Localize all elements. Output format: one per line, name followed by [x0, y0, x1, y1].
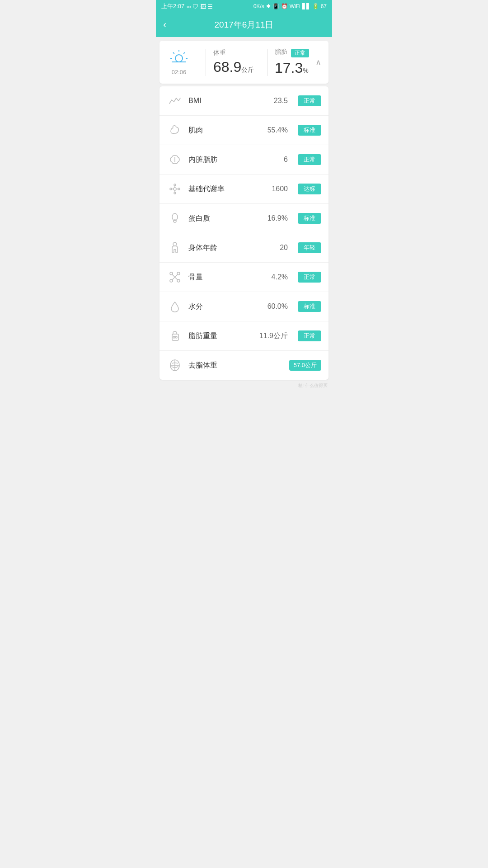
svg-point-22: [177, 272, 180, 275]
bodyage-badge: 年轻: [298, 242, 321, 253]
leanmass-icon: [167, 357, 183, 373]
metrics-list: BMI 23.5 正常 肌肉 55.4% 标准 内脏脂肪 6 正常: [160, 86, 328, 380]
summary-card: 02:06 体重 68.9公斤 脂肪 正常 17.3% ∧: [160, 41, 328, 84]
water-icon: [167, 298, 183, 315]
visceral-badge: 正常: [298, 154, 321, 165]
svg-point-19: [173, 242, 177, 246]
time-section: 02:06: [167, 49, 198, 75]
alarm-icon: ⏰: [281, 3, 288, 9]
svg-point-8: [174, 188, 176, 190]
visceral-value: 6: [284, 156, 288, 164]
bmi-badge: 正常: [298, 95, 321, 106]
svg-point-9: [174, 184, 176, 186]
summary-time: 02:06: [172, 69, 187, 75]
water-value: 60.0%: [267, 302, 288, 311]
divider-1: [206, 49, 206, 76]
status-time: 上午2:07: [161, 2, 184, 10]
fat-label: 脂肪: [275, 48, 287, 56]
metric-row-bone[interactable]: 骨量 4.2% 正常: [160, 263, 328, 292]
protein-name: 蛋白质: [188, 214, 262, 223]
svg-line-2: [183, 52, 185, 54]
bodyage-name: 身体年龄: [188, 243, 274, 253]
muscle-value: 55.4%: [267, 126, 288, 134]
svg-point-27: [173, 336, 175, 338]
bone-badge: 正常: [298, 272, 321, 283]
water-badge: 标准: [298, 301, 321, 312]
back-button[interactable]: ‹: [163, 19, 166, 31]
protein-badge: 标准: [298, 213, 321, 224]
fat-status-badge: 正常: [291, 49, 309, 57]
svg-point-21: [170, 279, 173, 282]
bone-value: 4.2%: [272, 273, 288, 281]
divider-2: [267, 49, 267, 76]
fatmass-value: 11.9公斤: [259, 331, 288, 341]
svg-point-28: [175, 336, 177, 338]
muscle-badge: 标准: [298, 125, 321, 136]
header: ‹ 2017年6月11日: [156, 13, 332, 37]
status-icons: ∞ 🛡 🖼 ☰: [187, 3, 213, 10]
weight-label: 体重: [213, 49, 260, 57]
metabolism-value: 1600: [272, 185, 288, 193]
bmi-value: 23.5: [274, 97, 288, 105]
chevron-up-icon[interactable]: ∧: [315, 57, 321, 67]
header-title: 2017年6月11日: [215, 19, 274, 31]
bodyage-value: 20: [280, 244, 288, 252]
fatmass-badge: 正常: [298, 330, 321, 341]
fat-section: 脂肪 正常 17.3%: [275, 48, 321, 76]
svg-point-12: [178, 188, 180, 190]
metric-row-metabolism[interactable]: 基础代谢率 1600 达标: [160, 175, 328, 204]
weight-value: 68.9: [213, 59, 241, 75]
muscle-name: 肌肉: [188, 126, 262, 135]
metabolism-name: 基础代谢率: [188, 184, 266, 194]
leanmass-name: 去脂体重: [188, 361, 274, 370]
status-left: 上午2:07 ∞ 🛡 🖼 ☰: [161, 2, 213, 10]
metric-row-leanmass[interactable]: 去脂体重 57.0公斤: [160, 351, 328, 380]
water-name: 水分: [188, 302, 262, 311]
metric-row-protein[interactable]: 蛋白质 16.9% 标准: [160, 204, 328, 233]
fat-value: 17.3: [275, 60, 303, 76]
muscle-icon: [167, 122, 183, 138]
bmi-icon: [167, 93, 183, 109]
status-right: 0K/s ✱ 📳 ⏰ WiFi ▋▋ 🔋 67: [253, 3, 327, 9]
status-bar: 上午2:07 ∞ 🛡 🖼 ☰ 0K/s ✱ 📳 ⏰ WiFi ▋▋ 🔋 67: [156, 0, 332, 13]
metric-row-water[interactable]: 水分 60.0% 标准: [160, 292, 328, 321]
sunrise-icon: [170, 49, 188, 67]
visceral-icon: [167, 151, 183, 168]
fatmass-name: 脂肪重量: [188, 331, 254, 341]
fatmass-icon: [167, 328, 183, 344]
svg-point-11: [170, 188, 172, 190]
battery-icon: 🔋: [312, 3, 319, 9]
bone-icon: [167, 269, 183, 285]
protein-value: 16.9%: [267, 214, 288, 222]
metric-row-muscle[interactable]: 肌肉 55.4% 标准: [160, 116, 328, 145]
bone-name: 骨量: [188, 273, 266, 282]
watermark: 植↑什么值得买: [156, 380, 332, 392]
bluetooth-icon: ✱: [266, 3, 271, 9]
protein-icon: [167, 210, 183, 226]
metabolism-icon: [167, 181, 183, 197]
svg-point-18: [174, 220, 176, 222]
wifi-icon: WiFi: [290, 3, 300, 9]
weight-unit: 公斤: [241, 66, 254, 73]
bodyage-icon: [167, 240, 183, 256]
leanmass-badge: 57.0公斤: [289, 360, 321, 371]
bmi-name: BMI: [188, 97, 268, 105]
metric-row-visceral[interactable]: 内脏脂肪 6 正常: [160, 145, 328, 175]
fat-label-row: 脂肪 正常: [275, 48, 321, 58]
vibrate-icon: 📳: [272, 3, 279, 9]
metric-row-fatmass[interactable]: 脂肪重量 11.9公斤 正常: [160, 321, 328, 351]
weight-section: 体重 68.9公斤: [213, 49, 260, 75]
network-speed: 0K/s: [253, 3, 264, 9]
metric-row-bmi[interactable]: BMI 23.5 正常: [160, 86, 328, 116]
svg-point-0: [175, 55, 183, 62]
visceral-name: 内脏脂肪: [188, 155, 278, 165]
fat-unit: %: [303, 67, 308, 74]
svg-line-3: [173, 52, 174, 54]
signal-icon: ▋▋: [302, 3, 310, 9]
battery-level: 67: [321, 3, 327, 9]
metric-row-bodyage[interactable]: 身体年龄 20 年轻: [160, 233, 328, 263]
metabolism-badge: 达标: [298, 184, 321, 194]
svg-point-10: [174, 192, 176, 194]
